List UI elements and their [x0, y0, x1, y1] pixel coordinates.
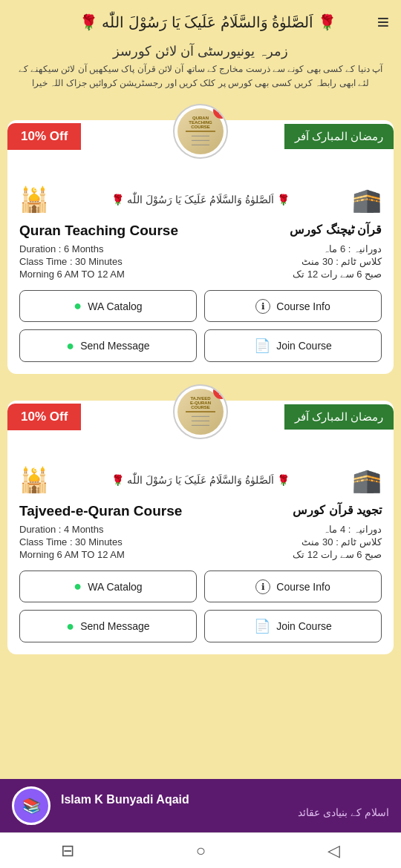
info-icon: ℹ [255, 299, 270, 314]
whatsapp-icon-3: ● [74, 579, 82, 594]
course-name-en-2: Tajveed-e-Quran Course [19, 503, 182, 519]
app-title: 🌹 اَلصَّلوٰةُ وَالسَّلَامُ عَلَیکَ یَا ر… [39, 13, 377, 31]
timing-en-1: Morning 6 AM TO 12 AM [19, 269, 125, 280]
card-buttons-1: ● WA Catalog ℹ Course Info ● Send Messag… [19, 290, 382, 362]
duration-ur-1: دورانیہ : 6 ماہ [323, 243, 382, 254]
card-arabic-2: 🌹 اَلصَّلوٰةُ وَالسَّلَامُ عَلَیکَ یَا ر… [49, 474, 352, 486]
duration-en-2: Duration : 4 Months [19, 524, 103, 535]
course-card-1: 10% Off 1 QURAN TEACHING COURSE ━━━━━━━━… [7, 120, 394, 374]
class-time-ur-1: کلاس ٹائم : 30 منٹ [301, 256, 382, 267]
card-body-1: Quran Teaching Course قرآن ٹیچنگ کورس Du… [7, 217, 394, 280]
course-name-en-1: Quran Teaching Course [19, 223, 178, 239]
whatsapp-icon-4: ● [66, 619, 74, 634]
top-bar: 🌹 اَلصَّلوٰةُ وَالسَّلَامُ عَلَیکَ یَا ر… [0, 0, 401, 39]
doc-icon: 📄 [254, 338, 270, 354]
banner-subtitle: اسلام کے بنیادی عقائد [61, 806, 389, 818]
class-time-ur-2: کلاس ٹائم : 30 منٹ [301, 536, 382, 548]
send-message-btn-1[interactable]: ● Send Message [19, 329, 197, 362]
subtitle-section: زمرہ یونیورسٹی آن لائن کورسز آپ دنیا کے … [0, 39, 401, 93]
send-message-btn-2[interactable]: ● Send Message [19, 610, 197, 642]
doc-icon-2: 📄 [254, 618, 270, 634]
card-arabic-1: 🌹 اَلصَّلوٰةُ وَالسَّلَامُ عَلَیکَ یَا ر… [49, 194, 352, 206]
duration-en-1: Duration : 6 Months [19, 243, 103, 254]
class-time-en-1: Class Time : 30 Minutes [19, 256, 123, 267]
deco-right-icon-1: 🕋 [352, 185, 382, 214]
class-time-en-2: Class Time : 30 Minutes [19, 536, 123, 548]
card-badges-2: 10% Off 2 TAJVEED E-QURAN COURSE ━━━━━━━… [7, 401, 394, 433]
subtitle-urdu: زمرہ یونیورسٹی آن لائن کورسز [15, 43, 386, 59]
deco-right-icon-2: 🕋 [352, 466, 382, 494]
timing-ur-1: صبح 6 سے رات 12 تک [293, 269, 382, 280]
duration-ur-2: دورانیہ : 4 ماہ [323, 524, 382, 535]
bottom-banner[interactable]: 📚 Islam K Bunyadi Aqaid اسلام کے بنیادی … [0, 779, 401, 832]
deco-left-icon-2: 🕌 [19, 466, 49, 494]
card-buttons-2: ● WA Catalog ℹ Course Info ● Send Messag… [19, 571, 382, 642]
discount-badge-2: 10% Off [7, 404, 81, 430]
banner-text: Islam K Bunyadi Aqaid اسلام کے بنیادی عق… [61, 793, 389, 818]
ramadan-badge-1: رمضان المبارک آفر [284, 124, 394, 149]
card-badges-1: 10% Off 1 QURAN TEACHING COURSE ━━━━━━━━… [7, 120, 394, 153]
join-course-btn-2[interactable]: 📄 Join Course [204, 610, 382, 642]
card-body-2: Tajveed-e-Quran Course تجوید قرآن کورس D… [7, 497, 394, 560]
card-deco-1: 🕌 🌹 اَلصَّلوٰةُ وَالسَّلَامُ عَلَیکَ یَا… [7, 153, 394, 217]
nav-circle[interactable]: ○ [181, 835, 221, 867]
course-name-ur-1: قرآن ٹیچنگ کورس [290, 223, 382, 237]
timing-en-2: Morning 6 AM TO 12 AM [19, 549, 125, 560]
bottom-nav: ⊟ ○ ◁ [0, 832, 401, 868]
nav-back[interactable]: ◁ [313, 835, 355, 867]
hamburger-menu[interactable]: ≡ [377, 10, 389, 34]
nav-home[interactable]: ⊟ [46, 835, 89, 867]
deco-left-icon-1: 🕌 [19, 185, 49, 214]
timing-ur-2: صبح 6 سے رات 12 تک [293, 549, 382, 560]
wa-catalog-btn-1[interactable]: ● WA Catalog [19, 290, 197, 322]
banner-title: Islam K Bunyadi Aqaid [61, 793, 389, 806]
card-center-badge-1: 1 QURAN TEACHING COURSE ━━━━━━━━ ━━━━━━━… [173, 104, 228, 159]
join-course-btn-1[interactable]: 📄 Join Course [204, 329, 382, 362]
discount-badge-1: 10% Off [7, 123, 81, 150]
banner-icon: 📚 [12, 786, 50, 825]
banner-icon-emoji: 📚 [22, 797, 41, 815]
course-info-btn-1[interactable]: ℹ Course Info [204, 290, 382, 322]
course-name-ur-2: تجوید قرآن کورس [293, 503, 382, 517]
wa-catalog-btn-2[interactable]: ● WA Catalog [19, 571, 197, 602]
description-urdu: آپ دنیا کے کسی بھی کونے سے ذرست مخارج کے… [15, 62, 386, 91]
course-number-1: 1 [213, 104, 228, 119]
whatsapp-icon-2: ● [66, 338, 74, 354]
course-info-btn-2[interactable]: ℹ Course Info [204, 571, 382, 602]
course-card-2: 10% Off 2 TAJVEED E-QURAN COURSE ━━━━━━━… [7, 401, 394, 654]
course-number-2: 2 [213, 384, 228, 399]
card-deco-2: 🕌 🌹 اَلصَّلوٰةُ وَالسَّلَامُ عَلَیکَ یَا… [7, 433, 394, 497]
card-center-badge-2: 2 TAJVEED E-QURAN COURSE ━━━━━━━━ ━━━━━━… [173, 384, 228, 439]
ramadan-badge-2: رمضان المبارک آفر [284, 404, 394, 430]
whatsapp-icon: ● [74, 298, 82, 314]
info-icon-2: ℹ [255, 579, 270, 594]
